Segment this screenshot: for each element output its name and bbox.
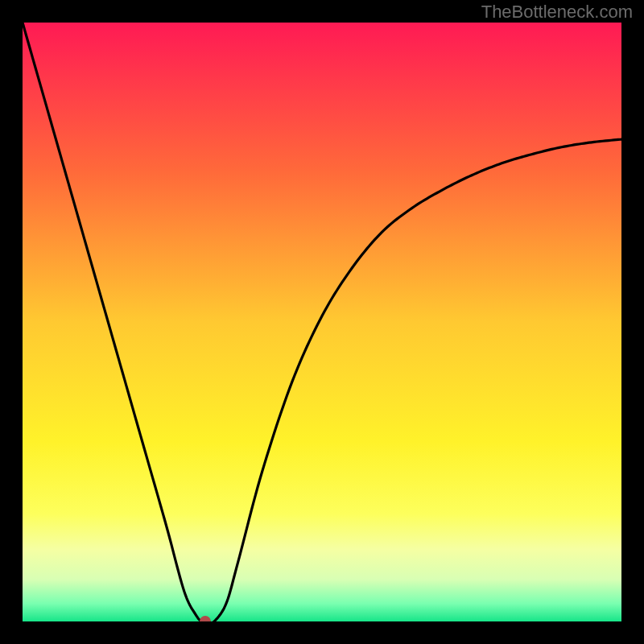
attribution-text: TheBottleneck.com <box>481 2 633 23</box>
chart-plot-area <box>23 23 621 621</box>
chart-frame: TheBottleneck.com <box>0 0 644 644</box>
chart-svg <box>23 23 621 621</box>
chart-gradient-background <box>23 23 621 621</box>
